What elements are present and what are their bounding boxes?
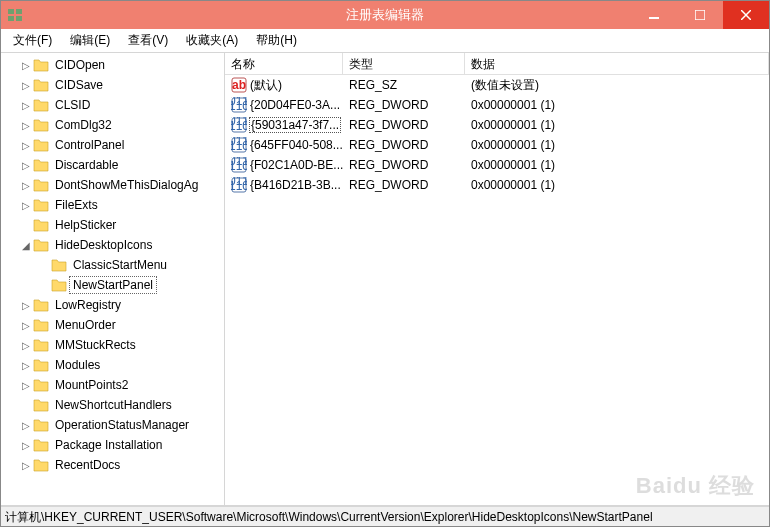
list-row[interactable]: 011110{F02C1A0D-BE...REG_DWORD0x00000001… bbox=[225, 155, 769, 175]
col-header-name[interactable]: 名称 bbox=[225, 53, 343, 74]
folder-icon bbox=[33, 218, 49, 232]
tree-item[interactable]: ▷ControlPanel bbox=[1, 135, 224, 155]
menu-file[interactable]: 文件(F) bbox=[5, 30, 60, 51]
value-icon: 011110 bbox=[231, 177, 247, 193]
menu-edit[interactable]: 编辑(E) bbox=[62, 30, 118, 51]
tree-pane[interactable]: ▷CIDOpen▷CIDSave▷CLSID▷ComDlg32▷ControlP… bbox=[1, 53, 225, 505]
tree-item[interactable]: ◢HideDesktopIcons bbox=[1, 235, 224, 255]
svg-rect-0 bbox=[8, 9, 14, 14]
expander-icon[interactable]: ▷ bbox=[19, 338, 33, 352]
minimize-button[interactable] bbox=[631, 1, 677, 29]
expander-icon[interactable]: ▷ bbox=[19, 58, 33, 72]
list-row[interactable]: 011110{B416D21B-3B...REG_DWORD0x00000001… bbox=[225, 175, 769, 195]
value-data: 0x00000001 (1) bbox=[465, 157, 769, 173]
value-icon: 011110 bbox=[231, 97, 247, 113]
expander-icon[interactable]: ▷ bbox=[19, 418, 33, 432]
tree-item[interactable]: ▷FileExts bbox=[1, 195, 224, 215]
list-pane[interactable]: 名称 类型 数据 ab(默认)REG_SZ(数值未设置)011110{20D04… bbox=[225, 53, 769, 505]
expander-icon[interactable] bbox=[19, 218, 33, 232]
close-button[interactable] bbox=[723, 1, 769, 29]
tree-item-label: OperationStatusManager bbox=[52, 417, 192, 433]
menu-view[interactable]: 查看(V) bbox=[120, 30, 176, 51]
menu-help[interactable]: 帮助(H) bbox=[248, 30, 305, 51]
expander-icon[interactable]: ▷ bbox=[19, 78, 33, 92]
tree-item-label: NewStartPanel bbox=[70, 277, 156, 293]
tree-item[interactable]: ▷OperationStatusManager bbox=[1, 415, 224, 435]
maximize-button[interactable] bbox=[677, 1, 723, 29]
registry-editor-window: 注册表编辑器 文件(F) 编辑(E) 查看(V) 收藏夹(A) 帮助(H) ▷C… bbox=[0, 0, 770, 527]
tree-item[interactable]: NewShortcutHandlers bbox=[1, 395, 224, 415]
value-name: {645FF040-508... bbox=[250, 138, 343, 152]
svg-rect-2 bbox=[16, 9, 22, 14]
expander-icon[interactable]: ▷ bbox=[19, 98, 33, 112]
expander-icon[interactable]: ▷ bbox=[19, 458, 33, 472]
folder-icon bbox=[51, 278, 67, 292]
expander-icon[interactable]: ▷ bbox=[19, 318, 33, 332]
folder-icon bbox=[33, 98, 49, 112]
expander-icon[interactable]: ◢ bbox=[19, 238, 33, 252]
expander-icon[interactable]: ▷ bbox=[19, 198, 33, 212]
expander-icon[interactable]: ▷ bbox=[19, 438, 33, 452]
expander-icon[interactable]: ▷ bbox=[19, 378, 33, 392]
expander-icon[interactable]: ▷ bbox=[19, 298, 33, 312]
tree-item-label: ClassicStartMenu bbox=[70, 257, 170, 273]
tree-item[interactable]: ▷ComDlg32 bbox=[1, 115, 224, 135]
tree-item[interactable]: NewStartPanel bbox=[1, 275, 224, 295]
tree-item[interactable]: ▷Discardable bbox=[1, 155, 224, 175]
value-data: 0x00000001 (1) bbox=[465, 117, 769, 133]
folder-icon bbox=[33, 78, 49, 92]
tree-item-label: Discardable bbox=[52, 157, 121, 173]
expander-icon[interactable] bbox=[37, 278, 51, 292]
value-icon: 011110 bbox=[231, 137, 247, 153]
tree-item[interactable]: HelpSticker bbox=[1, 215, 224, 235]
folder-icon bbox=[33, 298, 49, 312]
expander-icon[interactable] bbox=[19, 398, 33, 412]
tree-item[interactable]: ▷LowRegistry bbox=[1, 295, 224, 315]
tree-item[interactable]: ▷CIDOpen bbox=[1, 55, 224, 75]
value-name: {59031a47-3f7... bbox=[250, 118, 340, 132]
folder-icon bbox=[33, 398, 49, 412]
value-type: REG_DWORD bbox=[343, 97, 465, 113]
value-type: REG_DWORD bbox=[343, 177, 465, 193]
value-name: (默认) bbox=[250, 77, 282, 94]
folder-icon bbox=[33, 178, 49, 192]
expander-icon[interactable]: ▷ bbox=[19, 138, 33, 152]
list-row[interactable]: 011110{645FF040-508...REG_DWORD0x0000000… bbox=[225, 135, 769, 155]
folder-icon bbox=[33, 378, 49, 392]
menu-favorites[interactable]: 收藏夹(A) bbox=[178, 30, 246, 51]
value-name: {F02C1A0D-BE... bbox=[250, 158, 343, 172]
tree-item-label: HelpSticker bbox=[52, 217, 119, 233]
tree-item-label: NewShortcutHandlers bbox=[52, 397, 175, 413]
tree-item-label: MenuOrder bbox=[52, 317, 119, 333]
title-bar[interactable]: 注册表编辑器 bbox=[1, 1, 769, 29]
expander-icon[interactable]: ▷ bbox=[19, 358, 33, 372]
expander-icon[interactable]: ▷ bbox=[19, 158, 33, 172]
list-row[interactable]: ab(默认)REG_SZ(数值未设置) bbox=[225, 75, 769, 95]
folder-icon bbox=[51, 258, 67, 272]
list-row[interactable]: 011110{59031a47-3f7...REG_DWORD0x0000000… bbox=[225, 115, 769, 135]
tree-item[interactable]: ▷RecentDocs bbox=[1, 455, 224, 475]
svg-rect-1 bbox=[8, 16, 14, 21]
expander-icon[interactable]: ▷ bbox=[19, 178, 33, 192]
app-icon bbox=[7, 7, 23, 23]
value-icon: 011110 bbox=[231, 157, 247, 173]
tree-item[interactable]: ClassicStartMenu bbox=[1, 255, 224, 275]
tree-item[interactable]: ▷CLSID bbox=[1, 95, 224, 115]
expander-icon[interactable] bbox=[37, 258, 51, 272]
tree-item-label: HideDesktopIcons bbox=[52, 237, 155, 253]
tree-item[interactable]: ▷MountPoints2 bbox=[1, 375, 224, 395]
list-row[interactable]: 011110{20D04FE0-3A...REG_DWORD0x00000001… bbox=[225, 95, 769, 115]
tree-item[interactable]: ▷Modules bbox=[1, 355, 224, 375]
value-type: REG_DWORD bbox=[343, 117, 465, 133]
value-name: {20D04FE0-3A... bbox=[250, 98, 340, 112]
tree-item[interactable]: ▷MMStuckRects bbox=[1, 335, 224, 355]
col-header-data[interactable]: 数据 bbox=[465, 53, 769, 74]
tree-item[interactable]: ▷DontShowMeThisDialogAg bbox=[1, 175, 224, 195]
tree-item[interactable]: ▷CIDSave bbox=[1, 75, 224, 95]
tree-item-label: Modules bbox=[52, 357, 103, 373]
col-header-type[interactable]: 类型 bbox=[343, 53, 465, 74]
expander-icon[interactable]: ▷ bbox=[19, 118, 33, 132]
tree-item[interactable]: ▷Package Installation bbox=[1, 435, 224, 455]
tree-item-label: MountPoints2 bbox=[52, 377, 131, 393]
tree-item[interactable]: ▷MenuOrder bbox=[1, 315, 224, 335]
